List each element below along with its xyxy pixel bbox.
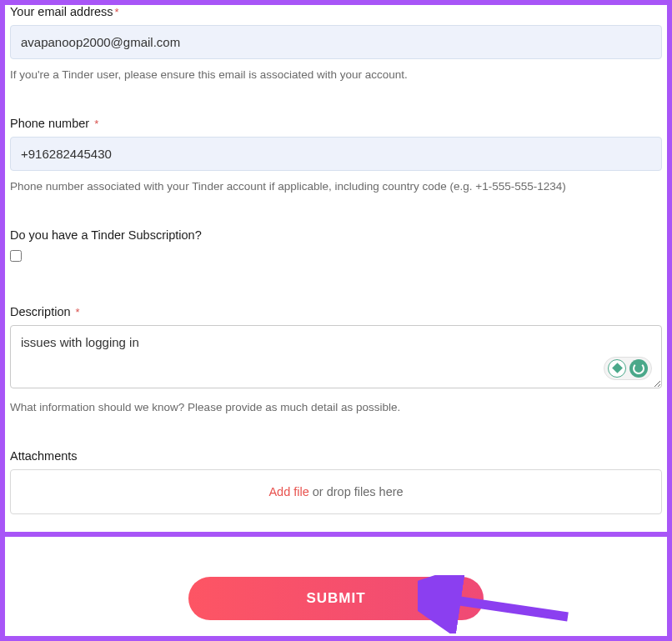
grammarly-logo-icon bbox=[629, 359, 648, 378]
email-input[interactable] bbox=[10, 25, 662, 59]
description-label: Description * bbox=[10, 305, 662, 318]
attachments-dropzone[interactable]: Add file or drop files here bbox=[10, 469, 662, 514]
description-textarea[interactable] bbox=[10, 325, 662, 388]
phone-field-group: Phone number * Phone number associated w… bbox=[10, 117, 662, 195]
email-label: Your email address* bbox=[10, 5, 662, 18]
submit-button[interactable]: SUBMIT bbox=[188, 577, 484, 620]
required-asterisk: * bbox=[94, 118, 98, 130]
grammarly-badge[interactable] bbox=[604, 357, 652, 380]
phone-help-text: Phone number associated with your Tinder… bbox=[10, 179, 662, 195]
subscription-checkbox[interactable] bbox=[10, 250, 22, 262]
description-label-text: Description bbox=[10, 305, 71, 318]
subscription-field-group: Do you have a Tinder Subscription? bbox=[10, 228, 662, 265]
subscription-label: Do you have a Tinder Subscription? bbox=[10, 228, 662, 242]
attachments-label: Attachments bbox=[10, 449, 662, 463]
email-field-group: Your email address* If you're a Tinder u… bbox=[10, 5, 662, 83]
drop-files-text: or drop files here bbox=[309, 485, 404, 498]
attachments-field-group: Attachments Add file or drop files here bbox=[10, 449, 662, 514]
required-asterisk: * bbox=[115, 6, 119, 18]
phone-label: Phone number * bbox=[10, 117, 662, 130]
form-top-panel: Your email address* If you're a Tinder u… bbox=[5, 5, 667, 532]
description-help-text: What information should we know? Please … bbox=[10, 400, 662, 416]
required-asterisk: * bbox=[76, 306, 80, 318]
email-label-text: Your email address bbox=[10, 5, 113, 18]
email-help-text: If you're a Tinder user, please ensure t… bbox=[10, 68, 662, 83]
phone-input[interactable] bbox=[10, 137, 662, 171]
phone-label-text: Phone number bbox=[10, 117, 89, 130]
description-field-group: Description * What information should we… bbox=[10, 305, 662, 416]
grammar-suggest-icon bbox=[608, 359, 626, 378]
form-bottom-panel: SUBMIT bbox=[5, 537, 667, 636]
add-file-link[interactable]: Add file bbox=[268, 485, 308, 498]
